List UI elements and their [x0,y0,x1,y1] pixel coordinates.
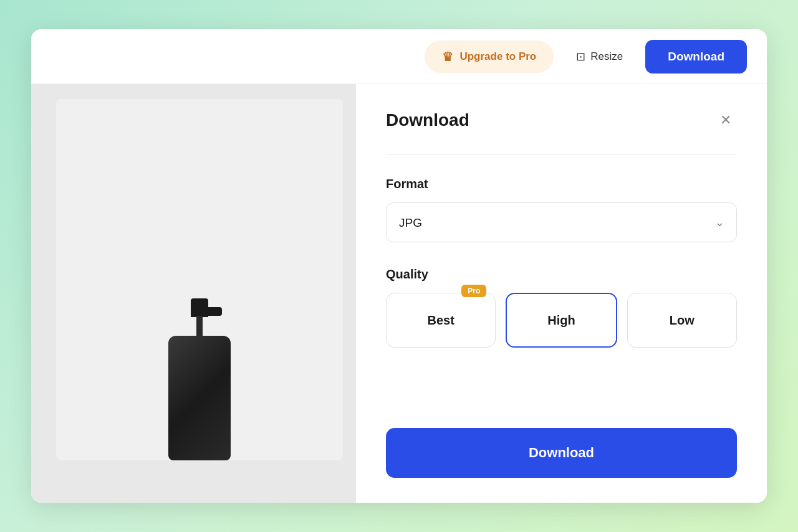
pro-badge: Pro [461,285,486,297]
upgrade-label: Upgrade to Pro [459,50,536,63]
format-select-wrapper: JPG PNG WebP SVG ⌄ [386,202,737,242]
quality-high-label: High [547,313,575,328]
quality-options: Pro Best High Low [386,293,737,348]
top-bar: ♛ Upgrade to Pro ⊡ Resize Download [31,29,767,84]
bottle-illustration [150,298,249,460]
bottle-body [168,336,231,460]
close-button[interactable]: ✕ [714,109,737,131]
resize-icon: ⊡ [576,50,585,64]
download-action-button[interactable]: Download [386,428,737,478]
quality-label: Quality [386,267,737,282]
format-section: Format JPG PNG WebP SVG ⌄ [386,177,737,267]
bottle-pump-head [200,307,222,316]
quality-section: Quality Pro Best High Low [386,267,737,373]
quality-low-label: Low [670,313,695,328]
close-icon: ✕ [720,112,731,128]
download-header-button[interactable]: Download [645,40,747,74]
quality-high-button[interactable]: High [506,293,617,348]
image-preview [56,99,343,460]
format-label: Format [386,177,737,191]
format-select[interactable]: JPG PNG WebP SVG [386,202,737,242]
quality-best-button[interactable]: Pro Best [386,293,496,348]
resize-button[interactable]: ⊡ Resize [564,41,635,72]
quality-low-button[interactable]: Low [627,293,737,348]
quality-best-label: Best [427,313,454,328]
download-header-label: Download [668,50,724,63]
modal-title: Download [386,110,469,130]
download-modal: Download ✕ Format JPG PNG WebP SVG ⌄ [355,84,767,503]
modal-divider [386,154,737,154]
modal-header: Download ✕ [386,109,737,131]
crown-icon: ♛ [442,49,453,64]
download-action-label: Download [529,445,594,460]
canvas-area: Download ✕ Format JPG PNG WebP SVG ⌄ [31,84,767,503]
resize-label: Resize [590,50,623,63]
app-container: ♛ Upgrade to Pro ⊡ Resize Download Downl… [31,29,767,503]
upgrade-button[interactable]: ♛ Upgrade to Pro [425,40,554,73]
